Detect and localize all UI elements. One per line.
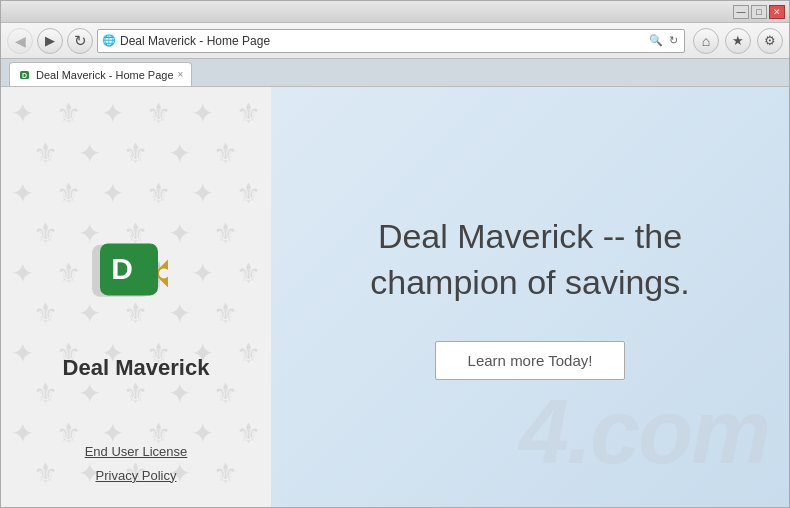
pattern-cell: ⚜ <box>123 377 148 410</box>
back-button[interactable]: ◀ <box>7 28 33 54</box>
right-panel: 4.com Deal Maverick -- the champion of s… <box>271 87 789 507</box>
pattern-cell: ✦ <box>191 97 214 130</box>
refresh-button[interactable]: ↻ <box>67 28 93 54</box>
home-button[interactable]: ⌂ <box>693 28 719 54</box>
pattern-cell: ⚜ <box>33 137 58 170</box>
watermark: 4.com <box>519 387 769 477</box>
address-bar-actions: 🔍 ↻ <box>647 34 680 47</box>
content-area: ✦ ⚜ ✦ ⚜ ✦ ⚜ ⚜ ✦ ⚜ ✦ ⚜ ✦ ⚜ ✦ ⚜ ✦ ⚜ ⚜ <box>1 87 789 507</box>
logo-svg: D <box>96 239 176 307</box>
title-bar-buttons: — □ ✕ <box>733 5 785 19</box>
left-links: End User License Privacy Policy <box>1 440 271 487</box>
favicon-svg: D <box>19 69 31 81</box>
pattern-cell: ⚜ <box>33 217 58 250</box>
pattern-cell: ✦ <box>11 257 34 290</box>
pattern-cell: ✦ <box>101 177 124 210</box>
address-bar-container: 🌐 🔍 ↻ <box>97 29 685 53</box>
tab-favicon: D <box>18 68 32 82</box>
pattern-cell: ⚜ <box>146 97 171 130</box>
title-bar: — □ ✕ <box>1 1 789 23</box>
pattern-cell: ✦ <box>11 177 34 210</box>
pattern-cell: ⚜ <box>236 97 261 130</box>
active-tab[interactable]: D Deal Maverick - Home Page × <box>9 62 192 86</box>
pattern-cell: ✦ <box>78 137 101 170</box>
svg-text:D: D <box>22 72 27 79</box>
browser-window: — □ ✕ ◀ ▶ ↻ 🌐 🔍 ↻ ⌂ ★ ⚙ <box>0 0 790 508</box>
pattern-cell: ⚜ <box>236 177 261 210</box>
tab-close-button[interactable]: × <box>178 69 184 80</box>
close-button[interactable]: ✕ <box>769 5 785 19</box>
tab-title: Deal Maverick - Home Page <box>36 69 174 81</box>
address-bar-input[interactable] <box>120 34 643 48</box>
settings-button[interactable]: ⚙ <box>757 28 783 54</box>
pattern-cell: ⚜ <box>213 377 238 410</box>
pattern-cell: ✦ <box>101 97 124 130</box>
pattern-cell: ⚜ <box>33 377 58 410</box>
svg-point-4 <box>159 268 169 278</box>
pattern-cell: ⚜ <box>236 257 261 290</box>
maximize-button[interactable]: □ <box>751 5 767 19</box>
pattern-cell: ⚜ <box>146 177 171 210</box>
pattern-cell: ⚜ <box>213 297 238 330</box>
pattern-cell: ✦ <box>11 97 34 130</box>
browser-toolbar: ◀ ▶ ↻ 🌐 🔍 ↻ ⌂ ★ ⚙ <box>1 23 789 59</box>
pattern-cell: ✦ <box>168 137 191 170</box>
pattern-cell: ⚜ <box>213 137 238 170</box>
forward-button[interactable]: ▶ <box>37 28 63 54</box>
svg-text:D: D <box>111 252 133 285</box>
logo-container: D <box>96 239 176 311</box>
privacy-policy-link[interactable]: Privacy Policy <box>96 464 177 487</box>
pattern-cell: ⚜ <box>123 137 148 170</box>
app-name: Deal Maverick <box>1 355 271 381</box>
favorites-button[interactable]: ★ <box>725 28 751 54</box>
headline-line2: champion of savings. <box>370 260 689 306</box>
learn-more-button[interactable]: Learn more Today! <box>435 341 626 380</box>
end-user-license-link[interactable]: End User License <box>85 440 188 463</box>
address-bar-favicon: 🌐 <box>102 34 116 47</box>
pattern-cell: ⚜ <box>56 177 81 210</box>
pattern-cell: ⚜ <box>56 257 81 290</box>
address-search-button[interactable]: 🔍 <box>647 34 665 47</box>
pattern-cell: ⚜ <box>33 297 58 330</box>
main-headline: Deal Maverick -- the champion of savings… <box>370 214 689 306</box>
watermark-text: 4.com <box>519 382 769 482</box>
pattern-cell: ⚜ <box>213 217 238 250</box>
pattern-cell: ✦ <box>168 377 191 410</box>
left-panel: ✦ ⚜ ✦ ⚜ ✦ ⚜ ⚜ ✦ ⚜ ✦ ⚜ ✦ ⚜ ✦ ⚜ ✦ ⚜ ⚜ <box>1 87 271 507</box>
pattern-cell: ✦ <box>191 257 214 290</box>
address-refresh-small[interactable]: ↻ <box>667 34 680 47</box>
headline-line1: Deal Maverick -- the <box>370 214 689 260</box>
minimize-button[interactable]: — <box>733 5 749 19</box>
tab-bar: D Deal Maverick - Home Page × <box>1 59 789 87</box>
pattern-cell: ⚜ <box>56 97 81 130</box>
pattern-cell: ✦ <box>191 177 214 210</box>
pattern-cell: ✦ <box>78 377 101 410</box>
